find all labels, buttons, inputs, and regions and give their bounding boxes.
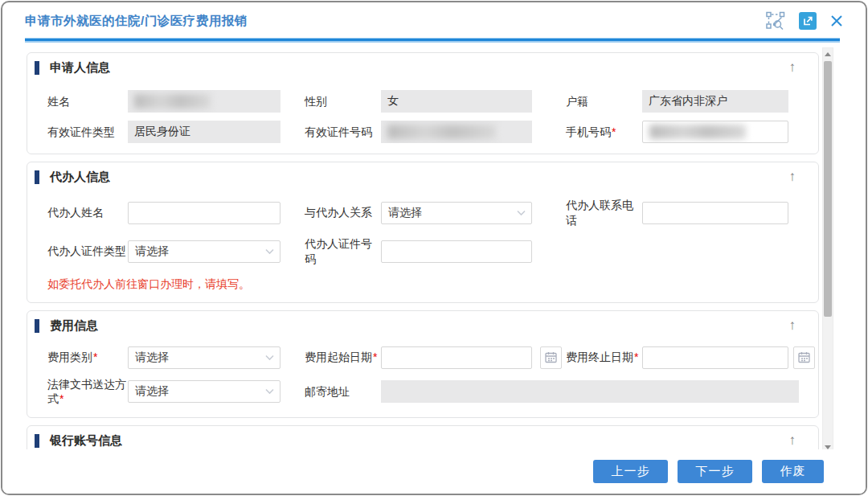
gender-field: 女 <box>381 90 532 113</box>
collapse-up-icon[interactable]: ↑ <box>789 433 796 447</box>
hukou-label: 户籍 <box>566 94 642 109</box>
id-type-label: 有效证件类型 <box>47 125 128 140</box>
end-date-input[interactable] <box>642 346 788 369</box>
agent-phone-label: 代办人联系电话 <box>566 198 642 228</box>
collapse-up-icon[interactable]: ↑ <box>789 318 796 332</box>
chevron-down-icon <box>265 389 274 395</box>
process-guide-icon[interactable] <box>766 11 785 31</box>
dialog: 申请市外就医的住院/门诊医疗费用报销 <box>1 1 867 495</box>
id-no-field <box>381 121 532 143</box>
section-agent: 代办人信息 ↑ 代办人姓名 与代办人关系 请选择 代办人联系电话 <box>27 162 819 303</box>
phone-input[interactable] <box>642 121 788 143</box>
agent-id-no-label: 代办人证件号码 <box>305 236 381 267</box>
close-icon[interactable] <box>830 14 843 27</box>
void-button[interactable]: 作废 <box>762 460 824 483</box>
collapse-up-icon[interactable]: ↑ <box>789 60 796 74</box>
redacted-value <box>134 94 211 109</box>
agent-phone-input[interactable] <box>642 202 788 224</box>
section-marker <box>35 61 39 75</box>
hukou-field: 广东省内非深户 <box>642 90 788 113</box>
start-date-input[interactable] <box>381 346 532 369</box>
section-marker <box>35 319 39 333</box>
name-field <box>128 90 280 113</box>
section-marker <box>35 434 39 448</box>
collapse-up-icon[interactable]: ↑ <box>789 170 796 183</box>
id-no-label: 有效证件号码 <box>305 125 381 140</box>
section-title: 银行账号信息 <box>50 433 122 449</box>
dialog-header: 申请市外就医的住院/门诊医疗费用报销 <box>2 2 866 39</box>
footer-bar: 上一步 下一步 作废 <box>2 449 866 494</box>
next-step-button[interactable]: 下一步 <box>678 460 752 483</box>
scrollbar[interactable] <box>822 47 833 453</box>
expense-category-select[interactable]: 请选择 <box>128 346 280 369</box>
agent-name-label: 代办人姓名 <box>47 205 128 220</box>
section-expense: 费用信息 ↑ 费用类别* 请选择 费用起始日期* <box>27 310 819 419</box>
gender-label: 性别 <box>305 94 381 109</box>
agent-name-input[interactable] <box>128 202 280 224</box>
scroll-up-icon[interactable] <box>823 48 833 59</box>
header-divider <box>25 38 840 43</box>
delivery-select[interactable]: 请选择 <box>128 380 280 403</box>
section-title: 代办人信息 <box>50 170 110 185</box>
agent-id-no-input[interactable] <box>381 240 532 263</box>
chevron-down-icon <box>265 248 274 254</box>
agent-note: 如委托代办人前往窗口办理时，请填写。 <box>47 277 802 292</box>
agent-id-type-label: 代办人证件类型 <box>47 244 128 259</box>
delivery-label: 法律文书送达方式* <box>47 377 128 408</box>
name-label: 姓名 <box>47 94 128 109</box>
expense-category-label: 费用类别* <box>47 350 128 365</box>
mail-address-label: 邮寄地址 <box>305 384 381 400</box>
section-title: 费用信息 <box>50 318 98 334</box>
chevron-down-icon <box>517 210 526 215</box>
section-bank: 银行账号信息 ↑ 开户银行* 中国银行 银行户名 <box>27 425 819 449</box>
id-type-field: 居民身份证 <box>128 121 280 143</box>
page-title: 申请市外就医的住院/门诊医疗费用报销 <box>25 13 248 30</box>
redacted-value <box>387 125 496 139</box>
redacted-value <box>649 125 746 139</box>
calendar-icon[interactable] <box>793 346 815 369</box>
form-scroll-area: 申请人信息 ↑ 姓名 性别 女 户籍 广东省内非深户 有效证件类 <box>2 44 866 449</box>
agent-id-type-select[interactable]: 请选择 <box>128 240 280 263</box>
section-title: 申请人信息 <box>50 60 110 76</box>
section-applicant: 申请人信息 ↑ 姓名 性别 女 户籍 广东省内非深户 有效证件类 <box>27 52 819 154</box>
open-new-window-icon[interactable] <box>799 12 817 30</box>
calendar-icon[interactable] <box>540 346 562 369</box>
mail-address-field <box>381 380 799 403</box>
section-marker <box>35 170 39 184</box>
start-date-label: 费用起始日期* <box>305 350 381 365</box>
scrollbar-thumb[interactable] <box>824 61 832 317</box>
previous-step-button[interactable]: 上一步 <box>593 460 668 483</box>
chevron-down-icon <box>265 355 274 360</box>
agent-relation-label: 与代办人关系 <box>305 205 381 220</box>
agent-relation-select[interactable]: 请选择 <box>381 202 532 224</box>
phone-label: 手机号码* <box>566 125 642 140</box>
end-date-label: 费用终止日期* <box>566 350 642 365</box>
